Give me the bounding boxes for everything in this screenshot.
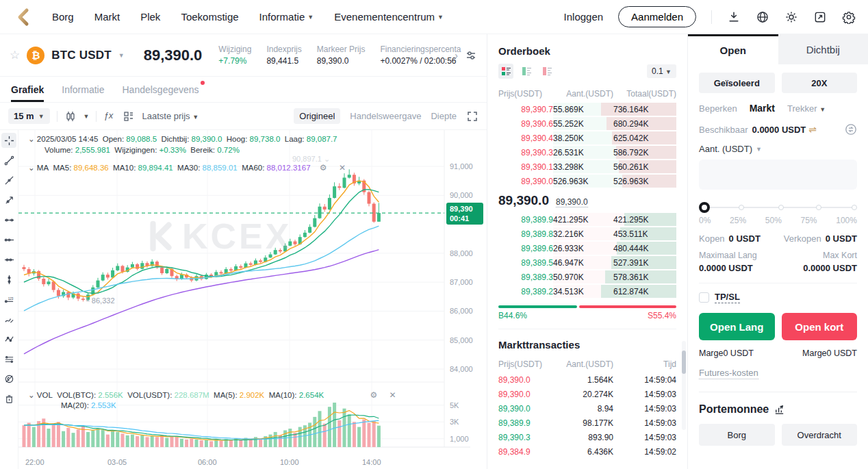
measure-tool-icon[interactable]: 123	[1, 292, 16, 307]
candle-style-caret[interactable]: ▼	[84, 113, 90, 120]
ask-row[interactable]: 89,390.326.531K586.792K	[498, 145, 687, 160]
order-type-market[interactable]: Markt	[750, 103, 775, 114]
ma-settings-icon[interactable]: ⚙	[320, 163, 330, 173]
view-original[interactable]: Origineel	[294, 108, 340, 124]
chart-low-note: └ 86,332	[84, 296, 115, 305]
tpsl-label[interactable]: TP/SL	[715, 292, 740, 303]
vol-settings-icon[interactable]: ⚙	[370, 390, 380, 400]
guide-icon[interactable]	[813, 10, 827, 24]
amount-label[interactable]: Aant. (USDT)▼	[699, 144, 857, 154]
margin-short-value: 0 USDT	[827, 348, 857, 358]
bid-row[interactable]: 89,389.350.970K578.361K	[498, 270, 687, 284]
volume-change-legend: Volume: 2,555.981 Wijzigingen: +0.33% Be…	[44, 146, 240, 154]
tab-handelsgegevens[interactable]: Handelsgegevens	[123, 77, 199, 102]
settings-icon[interactable]	[842, 10, 856, 24]
nav-item-toekomstige[interactable]: Toekomstige	[181, 11, 238, 23]
order-type-limit[interactable]: Beperken	[699, 103, 737, 114]
price-chart[interactable]: ⌄ 2025/03/05 14:45 Open: 89,088.5 Dichtb…	[18, 130, 487, 469]
pattern-tool-icon[interactable]	[1, 331, 16, 346]
nav-item-borg[interactable]: Borg	[52, 11, 74, 23]
open-long-button[interactable]: Open Lang	[699, 313, 775, 340]
view-depth[interactable]: Diepte	[431, 111, 457, 121]
fair-price[interactable]: 89,390.0	[556, 197, 588, 207]
nav-item-evenementencentrum[interactable]: Evenementencentrum▼	[334, 11, 444, 23]
brightness-icon[interactable]	[784, 10, 798, 24]
ray-line-tool-icon[interactable]	[1, 173, 16, 188]
indicators-fx-icon[interactable]: ƒx	[103, 110, 116, 123]
favorite-star-icon[interactable]: ☆	[10, 48, 20, 62]
trend-line-tool-icon[interactable]	[1, 153, 16, 168]
trades-title: Markttransacties	[498, 329, 687, 356]
tab-informatie[interactable]: Informatie	[62, 77, 104, 102]
futures-fees-link[interactable]: Futures-kosten	[699, 368, 758, 379]
globe-icon[interactable]	[756, 10, 769, 24]
margin-mode-button[interactable]: Geïsoleerd	[699, 73, 775, 93]
fullscreen-icon[interactable]	[466, 110, 478, 123]
vertical-line-tool-icon[interactable]	[1, 272, 16, 287]
crosshair-tool-icon[interactable]	[1, 133, 16, 148]
nav-item-markt[interactable]: Markt	[94, 11, 120, 23]
download-icon[interactable]	[727, 10, 741, 24]
bid-row[interactable]: 89,389.626.933K480.444K	[498, 241, 687, 255]
stats-more-chevron[interactable]: ›	[455, 50, 458, 61]
ma-close-icon[interactable]: ✕	[339, 163, 349, 173]
nav-item-informatie[interactable]: Informatie▼	[259, 11, 314, 23]
layout-icon[interactable]	[123, 110, 135, 123]
tab-close[interactable]: Dichtbij	[778, 34, 868, 64]
order-type-trigger[interactable]: Trekker ▼	[787, 103, 826, 114]
cross-line-tool-icon[interactable]	[1, 252, 16, 267]
orderbook-mode-asks-icon[interactable]	[539, 64, 554, 79]
ask-row[interactable]: 89,390.133.298K560.261K	[498, 160, 687, 174]
ask-row[interactable]: 89,390.438.250K625.042K	[498, 131, 687, 145]
pair-name[interactable]: BTC USDT	[51, 49, 112, 62]
amount-input[interactable]	[699, 160, 857, 190]
login-link[interactable]: Inloggen	[564, 11, 604, 23]
buy-sell-ratio-labels: B44.6% S55.4%	[498, 311, 687, 320]
price-source-select[interactable]: Laatste prijs ▼	[142, 111, 199, 121]
trade-panel: Open Dichtbij Geïsoleerd 20X Beperken Ma…	[688, 34, 868, 469]
bid-row[interactable]: 89,389.546.947K527.391K	[498, 255, 687, 270]
max-short-label: Max Kort	[823, 251, 857, 260]
hide-drawings-tool-icon[interactable]	[1, 371, 16, 386]
chart-preferences-icon[interactable]	[465, 49, 477, 62]
amount-slider[interactable]	[699, 202, 857, 213]
trades-scrollbar[interactable]	[682, 341, 686, 430]
signup-button[interactable]: Aanmelden	[618, 6, 696, 27]
vol-close-icon[interactable]: ✕	[390, 390, 400, 400]
slider-label-100%: 100%	[836, 216, 857, 225]
leverage-button[interactable]: 20X	[782, 73, 858, 93]
horizontal-line-tool-icon[interactable]	[1, 212, 16, 227]
margin-short-label: Marge	[802, 348, 826, 358]
parallel-channel-tool-icon[interactable]	[1, 351, 16, 366]
interval-select[interactable]: 15 m▼	[8, 108, 50, 124]
asks-list: 89,390.755.869K736.164K 89,390.655.252K6…	[498, 102, 687, 188]
ask-row[interactable]: 89,390.755.869K736.164K	[498, 102, 687, 116]
ask-row[interactable]: 89,390.0526.963K526.963K	[498, 174, 687, 188]
arrow-line-tool-icon[interactable]	[1, 192, 16, 207]
wallet-margin-button[interactable]: Borg	[699, 424, 775, 446]
precision-select[interactable]: 0.1 ▼	[647, 64, 676, 78]
horizontal-ray-tool-icon[interactable]	[1, 232, 16, 247]
candle-style-icon[interactable]	[64, 110, 77, 123]
ask-row[interactable]: 89,390.655.252K680.294K	[498, 116, 687, 131]
bid-row[interactable]: 89,389.234.513K612.874K	[498, 284, 687, 299]
view-trading[interactable]: Handelsweergave	[350, 111, 421, 121]
delete-drawings-tool-icon[interactable]	[1, 391, 16, 406]
open-short-button[interactable]: Open kort	[782, 313, 858, 340]
orderbook-mode-both-icon[interactable]	[498, 64, 513, 79]
tab-open[interactable]: Open	[688, 34, 778, 64]
orderbook-mode-bids-icon[interactable]	[519, 64, 534, 79]
convert-icon[interactable]: ⇌	[808, 124, 817, 135]
tpsl-checkbox[interactable]	[699, 292, 709, 303]
bid-row[interactable]: 89,389.832.216K453.511K	[498, 227, 687, 241]
nav-item-plek[interactable]: Plek	[140, 11, 160, 23]
tab-grafiek[interactable]: Grafiek	[11, 77, 44, 102]
transfer-icon[interactable]	[845, 123, 857, 136]
slider-knob[interactable]	[699, 202, 710, 213]
bid-row[interactable]: 89,389.9421.295K421.295K	[498, 212, 687, 227]
pair-caret-icon[interactable]: ▼	[118, 52, 125, 59]
brush-tool-icon[interactable]	[1, 312, 16, 327]
kcex-logo-icon[interactable]	[12, 8, 31, 27]
orderbook-column: Orderboek 0.1 ▼ Prijs(USDT)Aant.(USDT)To…	[487, 34, 688, 469]
wallet-transfer-button[interactable]: Overdracht	[782, 424, 858, 446]
